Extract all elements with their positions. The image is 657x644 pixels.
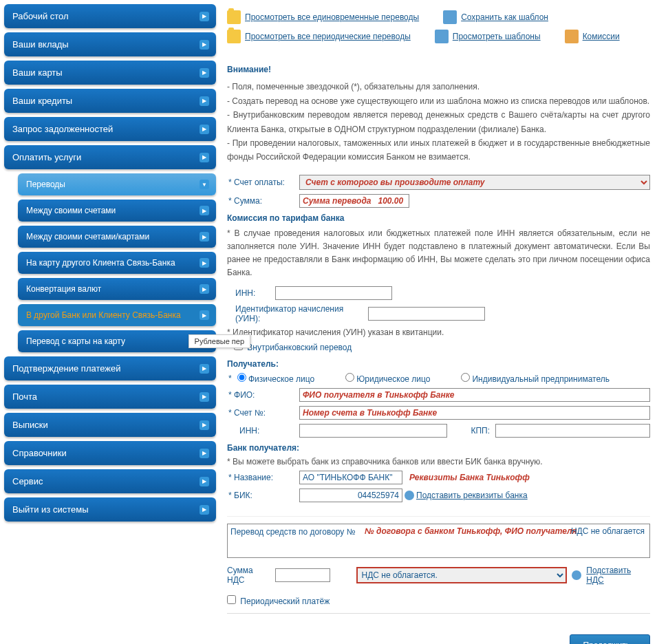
account-label: * Счет оплаты: bbox=[227, 178, 299, 187]
templates-icon bbox=[435, 30, 449, 43]
submenu-currency-convert[interactable]: Конвертация валют bbox=[18, 278, 216, 300]
folder-icon bbox=[227, 10, 241, 24]
sum-label: * Сумма: bbox=[227, 196, 299, 206]
nds-amount-input[interactable] bbox=[275, 568, 330, 582]
menu-mail[interactable]: Почта bbox=[4, 385, 216, 409]
chevron-right-icon bbox=[200, 206, 209, 215]
link-view-templates[interactable]: Просмотреть шаблоны bbox=[435, 30, 541, 43]
content: Просмотреть все единовременные переводы … bbox=[220, 0, 657, 644]
tooltip: Рублевые пер bbox=[189, 334, 250, 348]
chevron-right-icon bbox=[200, 68, 209, 78]
menu-pay-services[interactable]: Оплатить услуги bbox=[4, 145, 216, 169]
submenu-own-cards[interactable]: Между своими счетами/картами bbox=[18, 226, 216, 248]
inn2-input[interactable] bbox=[299, 424, 447, 438]
fill-bank-details-link[interactable]: Подставить реквизиты банка bbox=[416, 491, 528, 500]
menu-confirm-payments[interactable]: Подтверждение платежей bbox=[4, 356, 216, 380]
chevron-right-icon bbox=[200, 392, 209, 402]
fill-nds-link[interactable]: Подставить НДС bbox=[586, 566, 650, 585]
chevron-right-icon bbox=[200, 12, 209, 21]
radio-legal[interactable] bbox=[345, 373, 354, 382]
chevron-right-icon bbox=[200, 310, 209, 320]
chevron-right-icon bbox=[200, 449, 209, 458]
menu-deposits[interactable]: Ваши вклады bbox=[4, 32, 216, 56]
kpp-label: КПП: bbox=[447, 426, 495, 436]
menu-logout[interactable]: Выйти из системы bbox=[4, 497, 216, 522]
commission-title: Комиссия по тарифам банка bbox=[227, 213, 650, 223]
commission-icon bbox=[565, 30, 579, 43]
chevron-right-icon bbox=[200, 153, 209, 162]
chevron-right-icon bbox=[200, 364, 209, 374]
submenu-other-client-card[interactable]: На карту другого Клиента Связь-Банка bbox=[18, 252, 216, 274]
bank-annotation: Реквизиты Банка Тинькофф bbox=[409, 473, 530, 482]
chevron-right-icon bbox=[200, 96, 209, 106]
account-num-input[interactable] bbox=[299, 406, 650, 420]
account-select[interactable]: Счет с которого вы производите оплату bbox=[299, 175, 650, 190]
gear-icon bbox=[405, 491, 414, 500]
recipient-title: Получатель: bbox=[227, 359, 650, 369]
inn-label: ИНН: bbox=[234, 288, 275, 298]
chevron-down-icon bbox=[200, 180, 209, 189]
fio-input[interactable] bbox=[299, 388, 650, 402]
folder-icon bbox=[227, 30, 241, 43]
bank-name-label: * Название: bbox=[227, 473, 299, 482]
inn-info: * В случае проведения налоговых или бюдж… bbox=[227, 227, 650, 280]
bank-hint: * Вы можете выбрать банк из справочника … bbox=[227, 457, 650, 466]
bank-name-input[interactable] bbox=[299, 471, 402, 484]
chevron-right-icon bbox=[200, 40, 209, 50]
menu-desktop[interactable]: Рабочий стол bbox=[4, 4, 216, 28]
memo-textarea[interactable]: Перевод средств по договору № bbox=[227, 524, 650, 558]
inn2-label: ИНН: bbox=[227, 426, 299, 436]
menu-directories[interactable]: Справочники bbox=[4, 441, 216, 465]
radio-individual[interactable] bbox=[237, 373, 246, 382]
inn-input[interactable] bbox=[275, 286, 392, 300]
intrabank-label: Внутрибанковский перевод bbox=[247, 343, 352, 352]
chevron-right-icon bbox=[200, 258, 209, 268]
chevron-right-icon bbox=[200, 284, 209, 294]
link-save-template[interactable]: Сохранить как шаблон bbox=[443, 10, 548, 24]
sidebar: Рабочий стол Ваши вклады Ваши карты Ваши… bbox=[0, 0, 220, 644]
notice-block: Внимание! - Поля, помеченные звездочкой … bbox=[227, 63, 650, 164]
chevron-right-icon bbox=[200, 505, 209, 515]
radio-entrepreneur[interactable] bbox=[461, 373, 470, 382]
uin-hint: * Идентификатор начисления (УИН) указан … bbox=[227, 328, 650, 337]
bik-input[interactable] bbox=[299, 489, 402, 502]
fio-label: * ФИО: bbox=[227, 390, 299, 400]
submenu-own-accounts[interactable]: Между своими счетами bbox=[18, 200, 216, 222]
kpp-input[interactable] bbox=[495, 424, 650, 438]
chevron-right-icon bbox=[200, 477, 209, 486]
periodic-label: Периодический платёж bbox=[240, 597, 330, 606]
submenu-other-bank[interactable]: В другой Банк или Клиенту Связь-Банка bbox=[18, 304, 216, 326]
menu-statements[interactable]: Выписки bbox=[4, 413, 216, 437]
chevron-right-icon bbox=[200, 125, 209, 134]
menu-debts[interactable]: Запрос задолженностей bbox=[4, 117, 216, 141]
submenu-card-to-card[interactable]: Перевод с карты на карту Рублевые пер bbox=[18, 330, 216, 352]
menu-credits[interactable]: Ваши кредиты bbox=[4, 89, 216, 113]
save-icon bbox=[443, 10, 457, 24]
uin-label: Идентификатор начисления (УИН): bbox=[234, 304, 368, 323]
bik-label: * БИК: bbox=[227, 491, 299, 500]
menu-service[interactable]: Сервис bbox=[4, 469, 216, 493]
submenu-transfers[interactable]: Переводы bbox=[18, 173, 216, 195]
link-view-periodic[interactable]: Просмотреть все периодические переводы bbox=[227, 30, 411, 43]
nds-select[interactable]: НДС не облагается. bbox=[356, 567, 568, 583]
menu-cards[interactable]: Ваши карты bbox=[4, 61, 216, 85]
notice-title: Внимание! bbox=[227, 63, 650, 76]
continue-button[interactable]: Продолжить » bbox=[570, 634, 650, 644]
nds-label: Сумма НДС bbox=[227, 566, 272, 585]
chevron-right-icon bbox=[200, 232, 209, 242]
bank-title: Банк получателя: bbox=[227, 443, 650, 453]
uin-input[interactable] bbox=[368, 307, 485, 321]
account-num-label: * Счет №: bbox=[227, 408, 299, 418]
gear-icon bbox=[572, 570, 581, 580]
link-view-onetime[interactable]: Просмотреть все единовременные переводы bbox=[227, 10, 419, 24]
link-commissions[interactable]: Комиссии bbox=[565, 30, 620, 43]
sum-input[interactable] bbox=[299, 194, 409, 208]
chevron-right-icon bbox=[200, 420, 209, 430]
periodic-checkbox[interactable] bbox=[227, 595, 236, 604]
